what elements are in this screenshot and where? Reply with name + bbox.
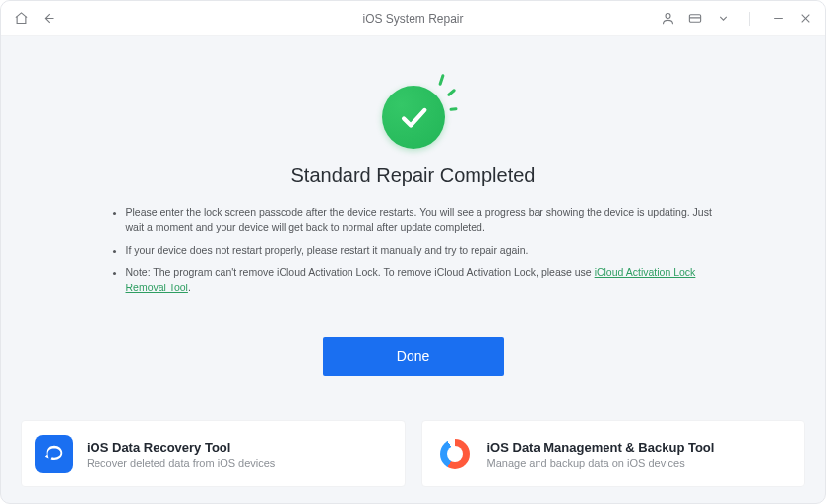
promo-cards: iOS Data Recovery Tool Recover deleted d… [21, 420, 805, 487]
note-suffix: . [188, 282, 191, 293]
card-data-recovery[interactable]: iOS Data Recovery Tool Recover deleted d… [21, 420, 406, 487]
instructions-list: Please enter the lock screen passcode af… [104, 205, 723, 303]
user-icon[interactable] [660, 11, 675, 27]
checkmark-icon [382, 86, 445, 149]
instruction-item: If your device does not restart properly… [126, 243, 723, 259]
instruction-note: Note: The program can't remove iCloud Ac… [126, 265, 723, 296]
titlebar: iOS System Repair [1, 1, 825, 36]
app-window: iOS System Repair [0, 0, 826, 504]
divider-icon [742, 11, 758, 27]
svg-rect-3 [749, 12, 750, 26]
done-button[interactable]: Done [323, 337, 504, 376]
back-icon[interactable] [40, 11, 56, 27]
close-icon[interactable] [797, 11, 813, 27]
backup-icon [436, 435, 474, 472]
menu-icon[interactable] [687, 11, 703, 27]
card-data-backup[interactable]: iOS Data Management & Backup Tool Manage… [421, 420, 806, 487]
note-prefix: Note: The program can't remove iCloud Ac… [126, 266, 595, 278]
page-title: Standard Repair Completed [291, 164, 536, 187]
success-graphic [378, 80, 449, 151]
main-content: Standard Repair Completed Please enter t… [1, 36, 825, 503]
card-title: iOS Data Management & Backup Tool [487, 440, 715, 455]
chevron-down-icon[interactable] [715, 11, 731, 27]
card-title: iOS Data Recovery Tool [87, 440, 275, 455]
home-icon[interactable] [13, 11, 29, 27]
card-desc: Manage and backup data on iOS devices [487, 457, 715, 469]
svg-point-0 [666, 14, 670, 19]
recovery-icon [35, 435, 73, 472]
instruction-item: Please enter the lock screen passcode af… [126, 205, 723, 236]
svg-rect-1 [689, 15, 700, 23]
card-desc: Recover deleted data from iOS devices [87, 457, 275, 469]
minimize-icon[interactable] [770, 11, 786, 27]
